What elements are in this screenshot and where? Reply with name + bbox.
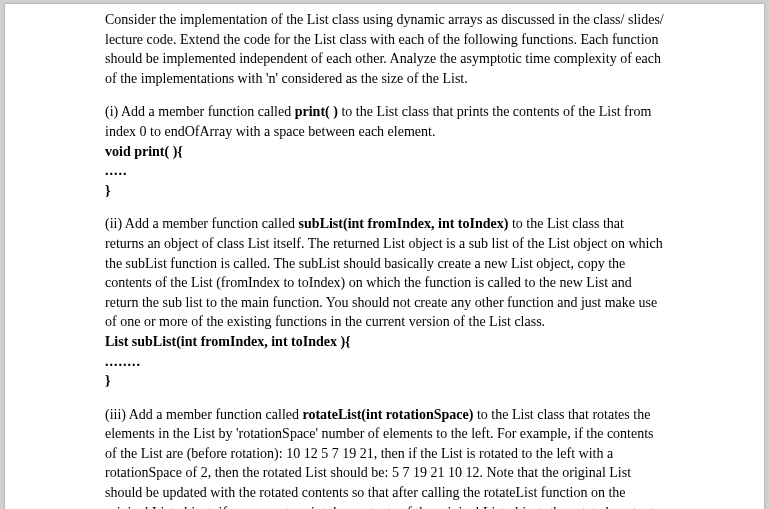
q1-prefix: (i) Add a member function called [105, 104, 295, 119]
q1-func-name: print( ) [295, 104, 338, 119]
question-1: (i) Add a member function called print( … [105, 102, 664, 200]
q3-prefix: (iii) Add a member function called [105, 407, 303, 422]
q1-dots: ..... [105, 161, 664, 181]
question-2: (ii) Add a member function called subLis… [105, 214, 664, 390]
q3-suffix: to the List class that rotates the eleme… [105, 407, 659, 509]
q1-close-brace: } [105, 181, 664, 201]
q2-close-brace: } [105, 371, 664, 391]
intro-paragraph: Consider the implementation of the List … [105, 10, 664, 88]
document-page: Consider the implementation of the List … [5, 4, 764, 509]
q2-prefix: (ii) Add a member function called [105, 216, 299, 231]
q2-func-name: subList(int fromIndex, int toIndex) [299, 216, 509, 231]
q2-signature: List subList(int fromIndex, int toIndex … [105, 332, 664, 352]
q2-dots: ........ [105, 352, 664, 372]
intro-text: Consider the implementation of the List … [105, 12, 664, 86]
q1-description: (i) Add a member function called print( … [105, 102, 664, 141]
q2-suffix: to the List class that returns an object… [105, 216, 663, 329]
q2-description: (ii) Add a member function called subLis… [105, 214, 664, 332]
q1-signature: void print( ){ [105, 142, 664, 162]
q3-description: (iii) Add a member function called rotat… [105, 405, 664, 509]
q3-func-name: rotateList(int rotationSpace) [303, 407, 474, 422]
question-3: (iii) Add a member function called rotat… [105, 405, 664, 509]
